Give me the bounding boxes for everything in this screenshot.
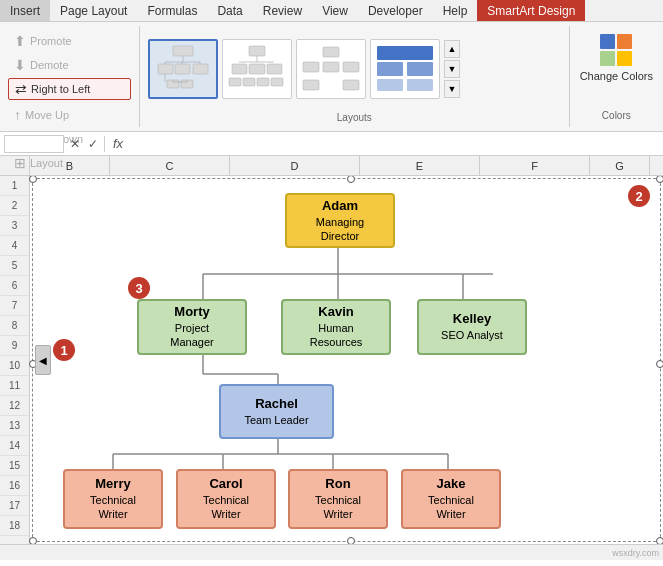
row-header-spacer <box>0 156 30 175</box>
move-up-icon: ↑ <box>14 107 21 123</box>
fx-label: fx <box>109 136 127 151</box>
node-carol-name: Carol <box>209 476 242 493</box>
col-header-c[interactable]: C <box>110 156 230 175</box>
node-adam[interactable]: Adam ManagingDirector <box>285 193 395 248</box>
row-num-10: 10 <box>0 356 29 376</box>
svg-rect-3 <box>193 64 208 74</box>
layout-scroll-down[interactable]: ▼ <box>444 60 460 78</box>
node-rachel-name: Rachel <box>255 396 298 413</box>
node-ron-name: Ron <box>325 476 350 493</box>
ribbon-create-graphic-section: ⬆ Promote ⬇ Demote ⇄ Right to Left ↑ Mov… <box>0 26 140 127</box>
right-to-left-button[interactable]: ⇄ Right to Left <box>8 78 131 100</box>
svg-rect-35 <box>407 79 433 91</box>
node-jake[interactable]: Jake TechnicalWriter <box>401 469 501 529</box>
move-up-button[interactable]: ↑ Move Up <box>8 104 131 126</box>
formula-input[interactable] <box>131 137 659 151</box>
row-num-12: 12 <box>0 396 29 416</box>
col-headers: B C D E F G <box>0 156 663 176</box>
menu-bar: Insert Page Layout Formulas Data Review … <box>0 0 663 22</box>
node-rachel-title: Team Leader <box>244 413 308 427</box>
status-bar: wsxdry.com <box>0 544 663 560</box>
row-num-3: 3 <box>0 216 29 236</box>
row-num-18: 18 <box>0 516 29 536</box>
layout-scroll: ▲ ▼ ▼ <box>444 40 460 98</box>
layout-scroll-more[interactable]: ▼ <box>444 80 460 98</box>
col-header-g[interactable]: G <box>590 156 650 175</box>
confirm-formula-button[interactable]: ✓ <box>86 137 100 151</box>
row-num-17: 17 <box>0 496 29 516</box>
handle-tl[interactable] <box>29 176 37 183</box>
node-kelley-title: SEO Analyst <box>441 328 503 342</box>
svg-rect-30 <box>343 80 359 90</box>
row-nums: 1 2 3 4 5 6 7 8 9 10 11 12 13 14 15 16 1… <box>0 176 30 544</box>
content-area: 1 2 3 4 5 6 7 8 9 10 11 12 13 14 15 16 1… <box>0 176 663 544</box>
row-num-14: 14 <box>0 436 29 456</box>
colors-icon <box>598 32 634 68</box>
col-header-e[interactable]: E <box>360 156 480 175</box>
node-carol[interactable]: Carol TechnicalWriter <box>176 469 276 529</box>
layout-item-2[interactable] <box>222 39 292 99</box>
row-num-6: 6 <box>0 276 29 296</box>
promote-icon: ⬆ <box>14 33 26 49</box>
handle-br[interactable] <box>656 537 663 544</box>
node-morty[interactable]: Morty ProjectManager <box>137 299 247 355</box>
handle-mr[interactable] <box>656 360 663 368</box>
menu-insert[interactable]: Insert <box>0 0 50 21</box>
node-carol-title: TechnicalWriter <box>203 493 249 522</box>
menu-view[interactable]: View <box>312 0 358 21</box>
row-num-8: 8 <box>0 316 29 336</box>
node-ron[interactable]: Ron TechnicalWriter <box>288 469 388 529</box>
badge-one: 1 <box>53 339 75 361</box>
cancel-formula-button[interactable]: ✕ <box>68 137 82 151</box>
svg-rect-24 <box>271 78 283 86</box>
svg-rect-23 <box>257 78 269 86</box>
layout-scroll-up[interactable]: ▲ <box>444 40 460 58</box>
layout-item-3[interactable] <box>296 39 366 99</box>
node-kelley[interactable]: Kelley SEO Analyst <box>417 299 527 355</box>
handle-bm[interactable] <box>347 537 355 544</box>
svg-rect-29 <box>303 80 319 90</box>
menu-smartart-design[interactable]: SmartArt Design <box>477 0 585 21</box>
menu-review[interactable]: Review <box>253 0 312 21</box>
node-merry[interactable]: Merry TechnicalWriter <box>63 469 163 529</box>
node-kavin[interactable]: Kavin HumanResources <box>281 299 391 355</box>
demote-button[interactable]: ⬇ Demote <box>8 54 131 76</box>
svg-rect-25 <box>323 47 339 57</box>
name-box[interactable] <box>4 135 64 153</box>
row-num-15: 15 <box>0 456 29 476</box>
node-rachel[interactable]: Rachel Team Leader <box>219 384 334 439</box>
col-header-d[interactable]: D <box>230 156 360 175</box>
menu-formulas[interactable]: Formulas <box>137 0 207 21</box>
colors-section-label: Colors <box>602 106 631 121</box>
svg-rect-0 <box>173 46 193 56</box>
col-header-f[interactable]: F <box>480 156 590 175</box>
svg-rect-31 <box>377 46 433 60</box>
formula-controls: ✕ ✓ <box>68 137 100 151</box>
svg-rect-22 <box>243 78 255 86</box>
row-num-5: 5 <box>0 256 29 276</box>
formula-divider <box>104 136 105 152</box>
row-num-9: 9 <box>0 336 29 356</box>
change-colors-button[interactable]: Change Colors <box>580 32 653 83</box>
collapse-arrow[interactable]: ◀ <box>35 345 51 375</box>
ribbon-layouts-section: ▲ ▼ ▼ Layouts <box>140 26 570 127</box>
row-num-11: 11 <box>0 376 29 396</box>
node-ron-title: TechnicalWriter <box>315 493 361 522</box>
menu-data[interactable]: Data <box>207 0 252 21</box>
menu-help[interactable]: Help <box>433 0 478 21</box>
svg-rect-33 <box>407 62 433 76</box>
layout-item-1[interactable] <box>148 39 218 99</box>
handle-bl[interactable] <box>29 537 37 544</box>
menu-page-layout[interactable]: Page Layout <box>50 0 137 21</box>
node-jake-title: TechnicalWriter <box>428 493 474 522</box>
handle-tm[interactable] <box>347 176 355 183</box>
menu-developer[interactable]: Developer <box>358 0 433 21</box>
col-header-b[interactable]: B <box>30 156 110 175</box>
row-num-16: 16 <box>0 476 29 496</box>
svg-rect-21 <box>229 78 241 86</box>
smartart-canvas: ◀ Adam Managin <box>32 178 661 542</box>
layout-item-4[interactable] <box>370 39 440 99</box>
promote-button[interactable]: ⬆ Promote <box>8 30 131 52</box>
node-jake-name: Jake <box>437 476 466 493</box>
handle-tr[interactable] <box>656 176 663 183</box>
